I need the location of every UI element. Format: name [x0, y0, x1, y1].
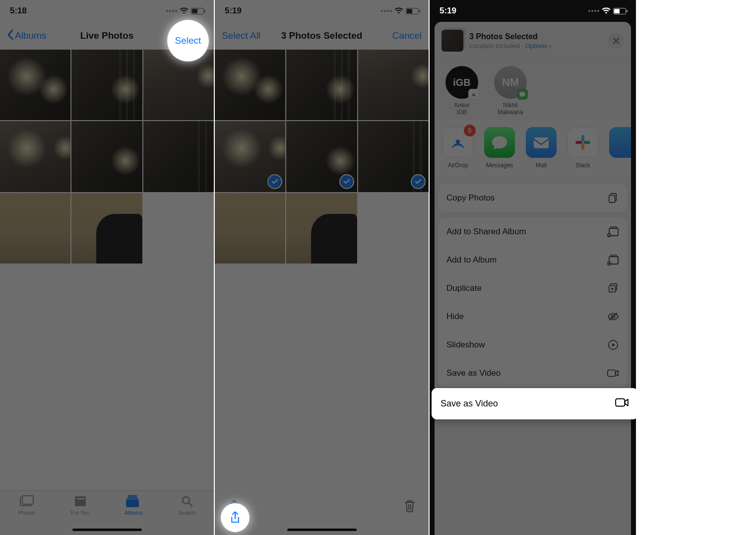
action-add-album[interactable]: Add to Album: [439, 246, 627, 274]
tab-label: For You: [71, 510, 90, 516]
wifi-icon: [394, 7, 403, 14]
app-more[interactable]: [609, 127, 631, 169]
tab-photos[interactable]: Photos: [0, 491, 54, 535]
avatar: NM: [494, 66, 527, 99]
highlight-save-video: Save as Video: [432, 388, 636, 419]
share-title: 3 Photos Selected: [469, 32, 552, 41]
share-sub: Location Included · Options ›: [469, 42, 552, 50]
app-label: Slack: [575, 162, 590, 169]
photo-thumb[interactable]: [358, 50, 429, 120]
wifi-icon: [180, 7, 189, 14]
photo-thumb[interactable]: [0, 193, 70, 264]
contact-ankur[interactable]: iGB Ankur iGB: [442, 66, 481, 116]
back-label: Albums: [15, 30, 46, 41]
checkmark-icon: [411, 174, 426, 189]
status-icons: [166, 7, 204, 14]
photo-grid: [215, 50, 429, 264]
checkmark-icon: [267, 174, 282, 189]
highlight-share: [221, 503, 250, 532]
status-icons: [588, 7, 626, 14]
duplicate-icon: [607, 282, 619, 294]
photo-thumb-selected[interactable]: [215, 121, 285, 192]
action-hide[interactable]: Hide: [439, 303, 627, 331]
photo-thumb-selected[interactable]: [358, 121, 429, 192]
actions-list: Copy Photos Add to Shared Album Add to A…: [435, 178, 631, 421]
svg-rect-3: [76, 498, 84, 499]
options-button[interactable]: Options ›: [525, 42, 552, 50]
album-icon: [607, 254, 619, 266]
apps-row: 6 AirDrop Messages Mail: [435, 120, 631, 178]
home-indicator[interactable]: [72, 529, 142, 531]
photo-grid: [0, 50, 214, 264]
home-indicator[interactable]: [287, 529, 357, 531]
photo-thumb[interactable]: [0, 121, 70, 192]
mail-icon: [526, 127, 557, 158]
photo-thumb[interactable]: [215, 50, 285, 120]
photo-thumb[interactable]: [215, 193, 285, 264]
status-icons: [381, 7, 419, 14]
svg-rect-11: [534, 137, 549, 148]
notification-badge: 6: [464, 125, 476, 136]
tab-label: Photos: [18, 510, 35, 516]
app-messages[interactable]: Messages: [484, 127, 515, 169]
svg-point-10: [456, 139, 460, 143]
photo-thumb[interactable]: [71, 193, 142, 264]
screen-photos-selected: 5:19 Select All 3 Photos Selected Cancel: [215, 0, 430, 535]
photo-thumb[interactable]: [286, 193, 357, 264]
nav-bar: Select All 3 Photos Selected Cancel: [215, 22, 429, 50]
app-airdrop[interactable]: 6 AirDrop: [442, 127, 473, 169]
tab-search[interactable]: Search: [160, 491, 214, 535]
video-icon: [615, 397, 629, 410]
photo-thumb[interactable]: [286, 50, 357, 120]
battery-icon: [191, 8, 204, 14]
svg-rect-12: [581, 135, 584, 142]
svg-rect-17: [609, 195, 615, 202]
search-icon: [180, 495, 194, 508]
select-all-button[interactable]: Select All: [222, 30, 260, 41]
action-duplicate[interactable]: Duplicate: [439, 274, 627, 303]
avatar: iGB: [445, 66, 478, 99]
app-mail[interactable]: Mail: [526, 127, 557, 169]
photo-thumb[interactable]: [71, 50, 142, 120]
trash-button[interactable]: [404, 499, 416, 515]
back-button[interactable]: Albums: [7, 29, 46, 43]
cancel-button[interactable]: Cancel: [392, 30, 422, 41]
shared-album-icon: [607, 226, 619, 238]
svg-rect-13: [584, 141, 591, 144]
airdrop-icon: 6: [442, 127, 473, 158]
photo-thumb[interactable]: [143, 121, 214, 192]
play-icon: [607, 339, 619, 351]
action-save-video[interactable]: Save as Video: [439, 359, 627, 387]
svg-rect-30: [608, 370, 616, 376]
status-time: 5:19: [440, 6, 456, 16]
tab-label: Search: [179, 510, 196, 516]
photo-thumb[interactable]: [143, 50, 214, 120]
contact-nikhil[interactable]: NM Nikhil Makwana: [491, 66, 530, 116]
hide-icon: [607, 311, 619, 323]
battery-icon: [406, 8, 419, 14]
action-add-shared-album[interactable]: Add to Shared Album: [439, 218, 627, 246]
contacts-row: iGB Ankur iGB NM Nikhil Makwana: [435, 60, 631, 120]
photos-icon: [19, 495, 34, 508]
close-button[interactable]: [608, 33, 624, 49]
contact-label: Ankur iGB: [454, 102, 469, 116]
slack-icon: [567, 127, 598, 158]
photo-thumb-selected[interactable]: [286, 121, 357, 192]
share-thumb: [441, 30, 463, 52]
photo-thumb[interactable]: [0, 50, 70, 120]
app-label: Mail: [536, 162, 547, 169]
svg-rect-2: [75, 496, 86, 506]
action-slideshow[interactable]: Slideshow: [439, 331, 627, 359]
checkmark-icon: [339, 174, 354, 189]
contact-label: Nikhil Makwana: [498, 102, 523, 116]
svg-rect-23: [611, 255, 617, 257]
app-slack[interactable]: Slack: [567, 127, 598, 169]
foryou-icon: [73, 495, 88, 508]
action-copy-photos[interactable]: Copy Photos: [439, 184, 627, 212]
more-icon: [609, 127, 631, 158]
svg-rect-19: [611, 227, 617, 228]
photo-thumb[interactable]: [71, 121, 142, 192]
messages-badge-icon: [517, 89, 528, 100]
share-sheet: 3 Photos Selected Location Included · Op…: [435, 22, 631, 535]
svg-rect-5: [127, 497, 138, 499]
